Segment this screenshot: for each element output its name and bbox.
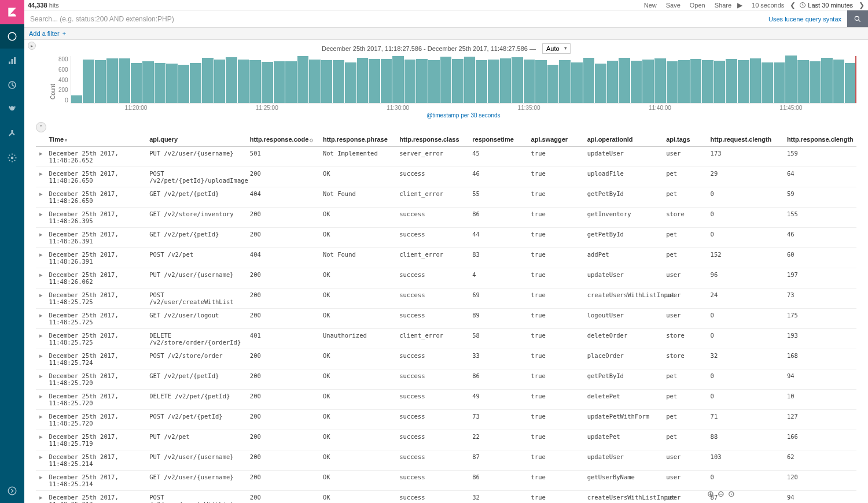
col-operationid[interactable]: api.operationId [585, 132, 664, 147]
histogram-bar[interactable] [738, 60, 749, 103]
histogram-bar[interactable] [95, 60, 106, 103]
histogram-bar[interactable] [309, 60, 321, 103]
histogram-bar[interactable] [810, 61, 821, 103]
col-tags[interactable]: api.tags [664, 132, 708, 147]
histogram-bar[interactable] [440, 57, 452, 103]
expand-row-icon[interactable]: ▸ [36, 228, 47, 248]
search-button[interactable] [847, 10, 868, 27]
histogram-bar[interactable] [404, 60, 416, 103]
zoom-in-icon[interactable]: ⊕ [707, 489, 714, 498]
expand-row-icon[interactable]: ▸ [36, 329, 47, 349]
histogram-bar[interactable] [202, 58, 214, 103]
histogram-bar[interactable] [500, 58, 512, 103]
histogram-bar[interactable] [416, 59, 428, 103]
col-phrase[interactable]: http.response.phrase [321, 132, 397, 147]
interval-select[interactable]: Auto [542, 43, 571, 54]
expand-row-icon[interactable]: ▸ [36, 390, 47, 410]
histogram-bar[interactable] [131, 63, 142, 103]
col-reqlen[interactable]: http.request.clength [708, 132, 785, 147]
histogram-bar[interactable] [214, 60, 226, 103]
histogram-bar[interactable] [464, 57, 476, 103]
expand-row-icon[interactable]: ▸ [36, 471, 47, 491]
histogram-bar[interactable] [452, 59, 464, 103]
col-code[interactable]: http.response.code◇ [248, 132, 321, 147]
time-range-picker[interactable]: Last 30 minutes [799, 2, 853, 9]
histogram-bar[interactable] [238, 60, 249, 103]
expand-row-icon[interactable]: ▸ [36, 268, 47, 289]
histogram-bar[interactable] [155, 63, 166, 103]
expand-row-icon[interactable]: ▸ [36, 309, 47, 329]
histogram-bar[interactable] [297, 56, 309, 103]
nav-collapse[interactable] [0, 479, 24, 503]
col-time[interactable]: Time▾ [47, 132, 148, 147]
expand-row-icon[interactable]: ▸ [36, 450, 47, 471]
histogram-bar[interactable] [642, 60, 654, 103]
histogram-bar[interactable] [833, 60, 845, 103]
histogram-bar[interactable] [690, 59, 702, 103]
histogram-bar[interactable] [106, 58, 118, 103]
refresh-interval[interactable]: 10 seconds [752, 2, 784, 9]
histogram-bar[interactable] [762, 62, 773, 103]
nav-devtools[interactable] [0, 121, 24, 146]
expand-row-icon[interactable]: ▸ [36, 147, 47, 167]
expand-row-icon[interactable]: ▸ [36, 208, 47, 228]
play-icon[interactable]: ▶ [737, 1, 742, 9]
search-input[interactable] [24, 10, 763, 27]
histogram-bar[interactable] [381, 59, 392, 103]
histogram-bar[interactable] [785, 56, 797, 103]
time-prev-icon[interactable]: ❮ [790, 1, 796, 9]
action-open[interactable]: Open [690, 2, 705, 9]
histogram-bar[interactable] [631, 61, 642, 103]
action-new[interactable]: New [644, 2, 657, 9]
action-share[interactable]: Share [715, 2, 731, 9]
histogram-bar[interactable] [714, 61, 726, 103]
histogram-bar[interactable] [547, 65, 559, 103]
histogram-bars[interactable] [71, 56, 856, 103]
col-reslen[interactable]: http.response.clength [785, 132, 856, 147]
action-save[interactable]: Save [666, 2, 681, 9]
nav-timelion[interactable] [0, 97, 24, 121]
histogram-bar[interactable] [357, 58, 369, 103]
nav-visualize[interactable] [0, 49, 24, 73]
histogram-bar[interactable] [571, 62, 583, 103]
histogram-bar[interactable] [285, 61, 297, 103]
histogram-bar[interactable] [321, 60, 333, 103]
expand-row-icon[interactable]: ▸ [36, 369, 47, 390]
histogram-bar[interactable] [607, 61, 619, 103]
histogram-bar[interactable] [178, 65, 190, 103]
expand-row-icon[interactable]: ▸ [36, 491, 47, 504]
histogram-bar[interactable] [512, 57, 523, 103]
histogram-bar[interactable] [392, 56, 404, 103]
histogram-bar[interactable] [619, 58, 630, 103]
histogram-bar[interactable] [142, 61, 154, 103]
histogram-bar[interactable] [702, 60, 713, 103]
histogram-bar[interactable] [595, 64, 606, 103]
expand-row-icon[interactable]: ▸ [36, 410, 47, 430]
expand-row-icon[interactable]: ▸ [36, 289, 47, 309]
histogram-bar[interactable] [797, 60, 809, 103]
collapse-histogram-button[interactable]: ⌃ [36, 122, 46, 132]
nav-dashboard[interactable] [0, 73, 24, 97]
col-swagger[interactable]: api.swagger [529, 132, 585, 147]
histogram-bar[interactable] [369, 59, 380, 103]
histogram-bar[interactable] [488, 60, 499, 103]
expand-row-icon[interactable]: ▸ [36, 430, 47, 450]
histogram-bar[interactable] [333, 60, 344, 103]
histogram-bar[interactable] [83, 60, 94, 103]
histogram-bar[interactable] [190, 63, 201, 103]
histogram-bar[interactable] [166, 64, 178, 103]
zoom-reset-icon[interactable]: ⊙ [728, 489, 735, 498]
histogram-bar[interactable] [678, 60, 690, 103]
histogram-bar[interactable] [226, 57, 237, 103]
histogram-bar[interactable] [119, 58, 130, 103]
histogram-bar[interactable] [535, 60, 547, 103]
col-class[interactable]: http.response.class [397, 132, 470, 147]
histogram-bar[interactable] [750, 58, 762, 103]
histogram-bar[interactable] [559, 60, 571, 103]
time-next-icon[interactable]: ❯ [859, 1, 865, 9]
expand-row-icon[interactable]: ▸ [36, 248, 47, 268]
histogram-bar[interactable] [71, 95, 83, 103]
expand-row-icon[interactable]: ▸ [36, 349, 47, 369]
expand-row-icon[interactable]: ▸ [36, 187, 47, 208]
field-panel-toggle[interactable]: ▸ [28, 42, 36, 50]
